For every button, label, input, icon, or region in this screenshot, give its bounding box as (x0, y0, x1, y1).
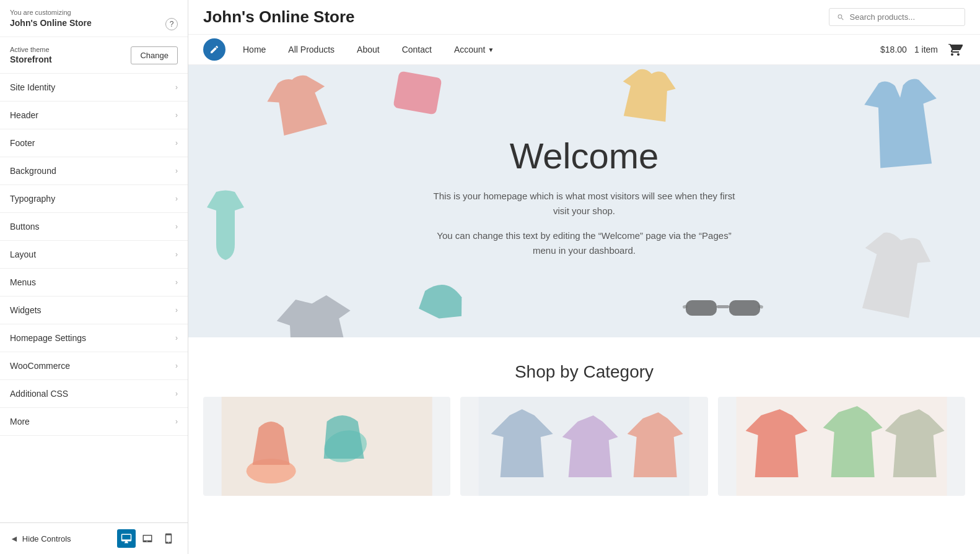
shop-section-title: Shop by Category (203, 362, 965, 382)
customizing-label: You are customizing (10, 9, 178, 16)
sidebar-item-layout[interactable]: Layout › (0, 241, 188, 269)
sidebar: You are customizing John's Online Store … (0, 0, 188, 554)
sidebar-item-background[interactable]: Background › (0, 157, 188, 185)
mobile-view-button[interactable] (159, 529, 178, 548)
nav-link-contact[interactable]: Contact (391, 35, 443, 64)
category-image-1 (203, 397, 450, 496)
cart-amount: $18.00 (880, 45, 907, 54)
sidebar-item-label-menus: Menus (10, 277, 36, 287)
search-input[interactable] (850, 12, 957, 22)
chevron-icon-header: › (175, 111, 178, 119)
sidebar-bottom-bar: ◄ Hide Controls (0, 522, 188, 554)
chevron-icon-footer: › (175, 139, 178, 147)
clothing-decoration-4 (862, 77, 943, 170)
customizing-name: John's Online Store (10, 18, 178, 28)
device-icons-group (117, 529, 178, 548)
svg-rect-1 (686, 300, 717, 316)
edit-pencil-button[interactable] (203, 38, 225, 61)
sidebar-item-footer[interactable]: Footer › (0, 129, 188, 157)
sidebar-item-label-typography: Typography (10, 194, 55, 204)
pencil-icon (209, 45, 219, 54)
hero-content: Welcome This is your homepage which is w… (405, 110, 764, 293)
sidebar-item-typography[interactable]: Typography › (0, 185, 188, 213)
chevron-icon-homepage-settings: › (175, 334, 178, 342)
desktop-view-button[interactable] (117, 529, 136, 548)
sidebar-item-label-additional-css: Additional CSS (10, 389, 68, 399)
nav-link-about[interactable]: About (346, 35, 391, 64)
change-theme-button[interactable]: Change (131, 46, 178, 64)
store-nav: Home All Products About Contact Account … (188, 35, 980, 65)
hero-description: This is your homepage which is what most… (429, 189, 739, 258)
hide-controls-button[interactable]: ◄ Hide Controls (10, 534, 71, 543)
chevron-icon-additional-css: › (175, 389, 178, 398)
category-image-2 (460, 397, 707, 496)
tablet-view-button[interactable] (138, 529, 157, 548)
sidebar-item-homepage-settings[interactable]: Homepage Settings › (0, 324, 188, 352)
sidebar-item-label-woocommerce: WooCommerce (10, 361, 70, 371)
search-bar[interactable] (829, 8, 965, 26)
sidebar-item-label-site-identity: Site Identity (10, 82, 55, 92)
clothing-decoration-8 (683, 288, 763, 325)
store-nav-links: Home All Products About Contact Account … (232, 35, 505, 64)
sidebar-item-widgets[interactable]: Widgets › (0, 296, 188, 324)
sidebar-item-label-more: More (10, 417, 30, 426)
hide-controls-arrow-icon: ◄ (10, 534, 19, 543)
clothing-decoration-6 (275, 294, 356, 337)
clothing-decoration-5 (195, 189, 256, 275)
store-nav-left: Home All Products About Contact Account … (203, 35, 505, 64)
category-card-1[interactable] (203, 397, 450, 496)
store-title: John's Online Store (203, 7, 355, 27)
store-nav-right: $18.00 1 item (880, 40, 965, 59)
sidebar-item-additional-css[interactable]: Additional CSS › (0, 380, 188, 408)
nav-items-list: Site Identity › Header › Footer › Backgr… (0, 74, 188, 554)
sidebar-item-site-identity[interactable]: Site Identity › (0, 74, 188, 102)
nav-link-home[interactable]: Home (232, 35, 277, 64)
chevron-icon-menus: › (175, 278, 178, 287)
sidebar-item-more[interactable]: More › (0, 408, 188, 436)
account-dropdown-icon: ▼ (488, 46, 494, 53)
sidebar-item-header[interactable]: Header › (0, 102, 188, 129)
category-card-3[interactable] (718, 397, 965, 496)
shop-section: Shop by Category (188, 337, 980, 521)
sidebar-item-label-homepage-settings: Homepage Settings (10, 333, 86, 343)
chevron-icon-woocommerce: › (175, 361, 178, 370)
svg-rect-3 (717, 305, 729, 308)
sidebar-header: You are customizing John's Online Store … (0, 0, 188, 37)
category-image-3 (718, 397, 965, 496)
chevron-icon-background: › (175, 167, 178, 175)
chevron-icon-site-identity: › (175, 83, 178, 92)
cart-icon (948, 42, 963, 57)
active-theme-label: Active theme (10, 46, 52, 53)
cart-item-count: 1 item (914, 45, 938, 54)
cart-icon-button[interactable] (945, 40, 965, 59)
nav-link-account[interactable]: Account ▼ (443, 35, 505, 64)
sidebar-item-label-layout: Layout (10, 249, 36, 259)
chevron-icon-buttons: › (175, 222, 178, 231)
svg-rect-0 (393, 71, 442, 115)
chevron-icon-layout: › (175, 250, 178, 259)
sidebar-item-menus[interactable]: Menus › (0, 269, 188, 296)
chevron-icon-more: › (175, 417, 178, 426)
sidebar-item-woocommerce[interactable]: WooCommerce › (0, 352, 188, 380)
sidebar-item-label-footer: Footer (10, 138, 35, 148)
svg-rect-2 (729, 300, 760, 316)
clothing-decoration-9 (856, 232, 930, 319)
hero-paragraph-1: This is your homepage which is what most… (429, 189, 739, 219)
hero-title: Welcome (429, 135, 739, 176)
category-card-2[interactable] (460, 397, 707, 496)
active-theme-info: Active theme Storefront (10, 46, 52, 64)
active-theme-section: Active theme Storefront Change (0, 37, 188, 74)
chevron-icon-widgets: › (175, 306, 178, 314)
hide-controls-label: Hide Controls (22, 534, 71, 543)
sidebar-item-buttons[interactable]: Buttons › (0, 213, 188, 241)
mobile-icon (163, 533, 174, 544)
sidebar-item-label-background: Background (10, 166, 56, 176)
help-icon[interactable]: ? (165, 18, 178, 30)
chevron-icon-typography: › (175, 194, 178, 203)
active-theme-name: Storefront (10, 54, 52, 64)
nav-link-all-products[interactable]: All Products (277, 35, 346, 64)
store-header: John's Online Store (188, 0, 980, 35)
search-icon (837, 13, 845, 22)
category-grid (203, 397, 965, 496)
sidebar-item-label-buttons: Buttons (10, 222, 39, 232)
